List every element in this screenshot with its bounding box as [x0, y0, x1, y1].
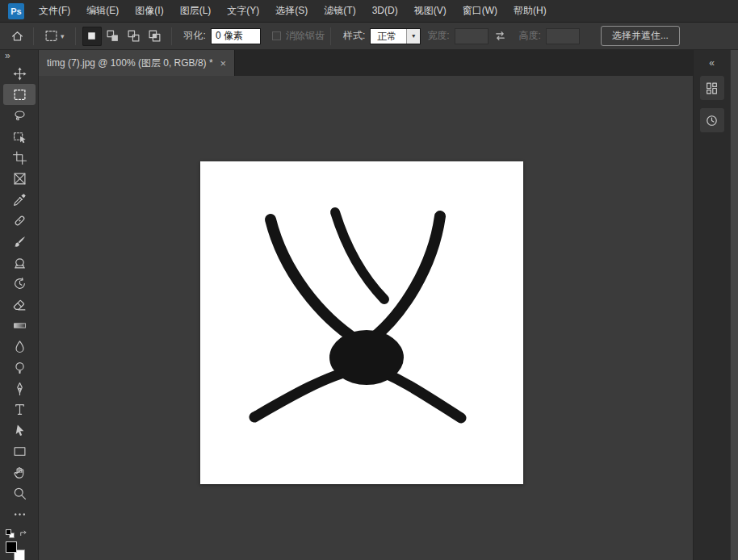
ellipsis-icon	[13, 508, 27, 521]
type-tool-icon	[13, 403, 27, 416]
checkbox-icon	[272, 31, 281, 40]
close-icon[interactable]: ×	[220, 58, 227, 69]
collapse-left-icon: «	[709, 57, 715, 69]
tool-options-bar: ▾ 羽化: 消除锯齿 样式: 正常 ▾ 宽度: 高度: 选择并遮住...	[0, 23, 738, 50]
panel-dock-edge	[730, 50, 738, 560]
intersect-selection-icon	[148, 29, 161, 43]
width-input[interactable]	[455, 28, 489, 44]
document-tab-bar: timg (7).jpg @ 100% (图层 0, RGB/8) * ×	[39, 50, 693, 76]
tool-spot-healing[interactable]	[3, 210, 36, 231]
menu-layer[interactable]: 图层(L)	[172, 0, 220, 22]
tool-hand[interactable]	[3, 462, 36, 483]
healing-brush-tool-icon	[13, 214, 27, 228]
home-button[interactable]	[6, 26, 27, 47]
menu-window[interactable]: 窗口(W)	[455, 0, 505, 22]
new-selection-button[interactable]	[82, 27, 102, 46]
chevron-down-icon: ▾	[406, 29, 420, 44]
add-to-selection-button[interactable]	[103, 27, 123, 46]
swap-icon	[493, 29, 507, 43]
height-input[interactable]	[546, 28, 580, 44]
menu-help[interactable]: 帮助(H)	[505, 0, 555, 22]
tool-eyedropper[interactable]	[3, 189, 36, 210]
eyedropper-tool-icon	[13, 193, 27, 207]
crop-tool-icon	[13, 151, 27, 165]
document-tab[interactable]: timg (7).jpg @ 100% (图层 0, RGB/8) * ×	[39, 50, 235, 76]
hand-tool-icon	[13, 466, 27, 479]
style-label: 样式:	[343, 29, 365, 43]
document-workspace: timg (7).jpg @ 100% (图层 0, RGB/8) * ×	[39, 50, 693, 560]
photoshop-window: Ps 文件(F) 编辑(E) 图像(I) 图层(L) 文字(Y) 选择(S) 滤…	[0, 0, 738, 560]
tool-blur[interactable]	[3, 336, 36, 357]
eraser-tool-icon	[13, 298, 27, 311]
add-selection-icon	[106, 29, 120, 43]
default-colors-icon[interactable]	[6, 529, 15, 538]
tool-path-selection[interactable]	[3, 420, 36, 441]
menu-3d[interactable]: 3D(D)	[364, 0, 406, 22]
collapse-right-icon: »	[5, 50, 10, 61]
menu-select[interactable]: 选择(S)	[267, 0, 316, 22]
style-select[interactable]: 正常 ▾	[370, 28, 421, 44]
menu-filter[interactable]: 滤镜(T)	[316, 0, 363, 22]
tool-preset-picker[interactable]: ▾	[40, 29, 69, 43]
tool-zoom[interactable]	[3, 483, 36, 504]
collapsed-panel-button-1[interactable]	[700, 76, 724, 100]
foreground-color-swatch[interactable]	[6, 541, 17, 553]
menu-image[interactable]: 图像(I)	[127, 0, 171, 22]
antialias-label: 消除锯齿	[286, 29, 325, 43]
tool-move[interactable]	[3, 63, 36, 84]
tool-history-brush[interactable]	[3, 273, 36, 294]
tool-eraser[interactable]	[3, 294, 36, 315]
feather-input[interactable]	[211, 28, 261, 44]
menu-file[interactable]: 文件(F)	[31, 0, 78, 22]
tool-object-selection[interactable]	[3, 126, 36, 147]
subtract-from-selection-button[interactable]	[124, 27, 144, 46]
swap-width-height-button[interactable]	[492, 27, 509, 45]
tool-frame[interactable]	[3, 168, 36, 189]
feather-label: 羽化:	[184, 29, 206, 43]
dodge-tool-icon	[13, 361, 27, 374]
menu-edit[interactable]: 编辑(E)	[78, 0, 127, 22]
style-value: 正常	[371, 29, 406, 44]
tool-rectangle[interactable]	[3, 441, 36, 462]
move-tool-icon	[13, 67, 27, 81]
clone-stamp-tool-icon	[13, 256, 27, 270]
right-panel-dock: «	[693, 50, 730, 560]
home-icon	[10, 29, 24, 43]
color-controls	[0, 528, 38, 560]
artwork-black-brush-shape	[200, 161, 523, 484]
photoshop-logo-icon: Ps	[8, 3, 24, 19]
divider	[330, 27, 331, 45]
history-clock-icon	[705, 114, 719, 127]
marquee-tool-icon	[13, 88, 27, 102]
subtract-selection-icon	[127, 29, 140, 43]
document-image[interactable]	[200, 161, 523, 484]
history-panel-button[interactable]	[700, 108, 724, 132]
tool-brush[interactable]	[3, 231, 36, 252]
swap-colors-icon[interactable]	[19, 529, 28, 538]
chevron-down-icon: ▾	[61, 32, 65, 40]
tool-more[interactable]	[3, 504, 36, 524]
tool-type[interactable]	[3, 399, 36, 420]
panels-grid-icon	[705, 81, 719, 95]
tool-lasso[interactable]	[3, 105, 36, 126]
menu-type[interactable]: 文字(Y)	[219, 0, 267, 22]
intersect-selection-button[interactable]	[145, 27, 165, 46]
tool-gradient[interactable]	[3, 315, 36, 336]
tool-rectangular-marquee[interactable]	[3, 84, 36, 105]
tool-dodge[interactable]	[3, 357, 36, 378]
divider	[75, 27, 76, 45]
rectangle-tool-icon	[13, 445, 27, 458]
tools-panel-collapse[interactable]: »	[0, 50, 38, 61]
menu-view[interactable]: 视图(V)	[406, 0, 455, 22]
history-brush-tool-icon	[13, 277, 27, 290]
tool-pen[interactable]	[3, 378, 36, 399]
antialias-checkbox[interactable]: 消除锯齿	[272, 29, 325, 43]
pen-tool-icon	[13, 382, 27, 395]
panels-collapse[interactable]: «	[694, 50, 730, 76]
canvas-area[interactable]	[39, 76, 693, 560]
document-tab-title: timg (7).jpg @ 100% (图层 0, RGB/8) *	[47, 56, 213, 70]
divider	[171, 27, 172, 45]
tool-crop[interactable]	[3, 147, 36, 168]
select-and-mask-button[interactable]: 选择并遮住...	[601, 26, 680, 46]
tool-clone-stamp[interactable]	[3, 252, 36, 273]
